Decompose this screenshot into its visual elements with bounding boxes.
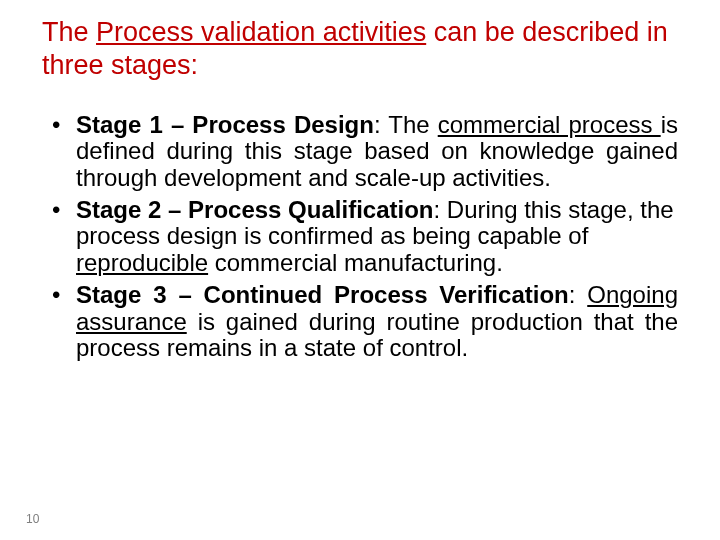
slide: The Process validation activities can be… (0, 0, 720, 540)
bullet-1-u1: commercial process (438, 111, 661, 138)
bullet-2-u1: reproducible (76, 249, 208, 276)
bullet-3-head: Stage 3 – Continued Process Verification (76, 281, 569, 308)
title-text-pre: The (42, 17, 96, 47)
bullet-2-t2: commercial manufacturing. (208, 249, 503, 276)
bullet-stage-1: Stage 1 – Process Design: The commercial… (76, 112, 678, 191)
bullet-stage-2: Stage 2 – Process Qualification: During … (76, 197, 678, 276)
bullet-2-head: Stage 2 – Process Qualification (76, 196, 433, 223)
title-underlined: Process validation activities (96, 17, 426, 47)
slide-title: The Process validation activities can be… (42, 16, 678, 82)
bullet-1-head: Stage 1 – Process Design (76, 111, 374, 138)
bullet-3-t1: : (569, 281, 588, 308)
page-number: 10 (26, 512, 39, 526)
body-list: Stage 1 – Process Design: The commercial… (42, 112, 678, 362)
bullet-stage-3: Stage 3 – Continued Process Verification… (76, 282, 678, 361)
bullet-1-t1: : The (374, 111, 438, 138)
